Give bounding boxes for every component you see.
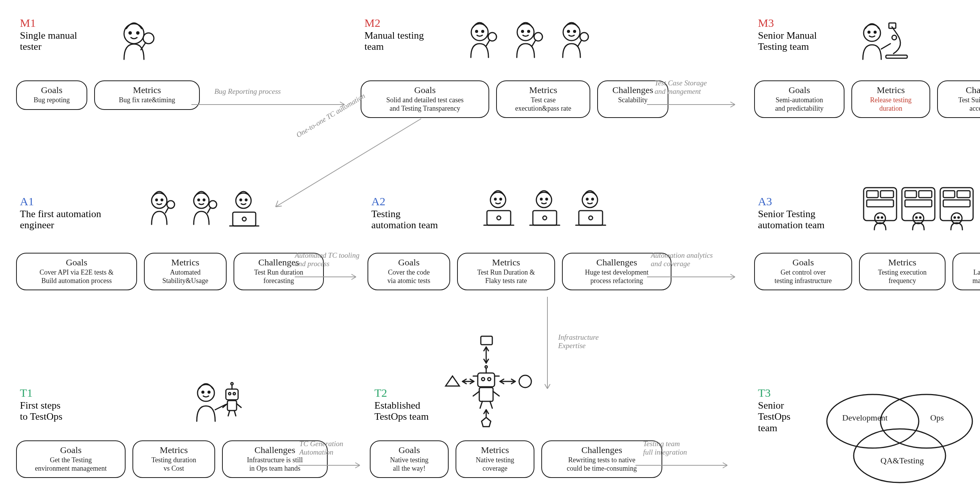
- svg-point-78: [916, 217, 917, 218]
- svg-point-24: [874, 31, 876, 33]
- card-title: Goals: [374, 257, 443, 268]
- card-title: Goals: [368, 85, 482, 95]
- stage-code: A2: [371, 195, 438, 208]
- svg-line-113: [480, 401, 482, 408]
- svg-line-34: [165, 208, 168, 213]
- stage-a2: A2 Testingautomation team: [371, 195, 438, 231]
- svg-point-45: [242, 217, 246, 221]
- svg-point-84: [951, 213, 962, 224]
- svg-point-13: [528, 31, 530, 33]
- svg-line-39: [207, 208, 211, 213]
- svg-point-42: [245, 199, 247, 201]
- stage-m1: M1 Single manualtester: [20, 17, 77, 52]
- stage-title: Manual testingteam: [364, 30, 424, 53]
- card-goals: Goals Get control overtesting infrastruc…: [754, 253, 852, 290]
- svg-point-94: [233, 393, 235, 395]
- svg-point-35: [194, 193, 209, 208]
- svg-point-27: [892, 35, 897, 40]
- card-title: Challenges: [959, 257, 980, 268]
- card-goals: Goals Cover the codevia atomic tests: [368, 253, 450, 290]
- cards-a3: Goals Get control overtesting infrastruc…: [754, 253, 980, 290]
- svg-point-47: [490, 192, 506, 208]
- svg-rect-110: [479, 388, 493, 401]
- person-magnifier-icon: [107, 15, 161, 69]
- person-robot-icon: [188, 375, 253, 437]
- svg-point-53: [536, 192, 552, 208]
- cards-m2: Goals Solid and detailed test casesand T…: [361, 80, 668, 118]
- svg-point-16: [563, 24, 580, 41]
- svg-point-60: [586, 198, 588, 200]
- card-body: Native testingcoverage: [462, 456, 528, 473]
- svg-point-107: [485, 366, 487, 368]
- venn-label-dev: Development: [842, 413, 888, 423]
- svg-point-22: [864, 25, 880, 41]
- three-people-magnifier-icon: [459, 15, 597, 73]
- cards-t1: Goals Get the Testingenvironment managem…: [16, 440, 328, 478]
- card-body: Bug fix rate&timing: [101, 96, 193, 105]
- card-body: Native testingall the way!: [377, 456, 442, 473]
- card-title: Goals: [761, 257, 845, 268]
- cards-m1: Goals Bug repoting Metrics Bug fix rate&…: [16, 80, 200, 110]
- venn-diagram: Development Ops QA&Testing: [815, 379, 976, 494]
- arrow-a1-a2: [295, 271, 364, 283]
- svg-point-72: [881, 217, 883, 218]
- svg-point-17: [568, 31, 570, 33]
- svg-point-52: [497, 216, 501, 220]
- svg-rect-97: [227, 401, 237, 411]
- stage-code: M3: [758, 17, 817, 29]
- stage-title: First stepsto TestOps: [20, 400, 62, 423]
- svg-point-49: [500, 198, 501, 200]
- svg-point-123: [880, 394, 972, 448]
- svg-point-105: [488, 378, 491, 381]
- stage-t2: T2 EstablishedTestOps team: [374, 387, 429, 422]
- stage-m3: M3 Senior ManualTesting team: [758, 17, 817, 52]
- svg-point-18: [574, 31, 576, 33]
- card-body: Test Run Duration &Flaky tests rate: [464, 268, 548, 285]
- person-microscope-icon: [854, 15, 915, 73]
- svg-rect-81: [943, 191, 955, 198]
- svg-point-41: [240, 199, 242, 201]
- svg-point-7: [476, 31, 478, 33]
- svg-line-114: [490, 401, 492, 408]
- card-title: Challenges: [944, 85, 980, 95]
- svg-point-3: [143, 33, 154, 44]
- svg-point-54: [541, 198, 542, 200]
- arrow-m1-m2: [191, 99, 352, 110]
- svg-line-4: [141, 43, 145, 50]
- card-challenges: Challenges Test Suite executionaccelerat…: [937, 80, 980, 118]
- card-goals: Goals Native testingall the way!: [370, 440, 449, 478]
- svg-point-30: [152, 193, 167, 208]
- svg-point-89: [202, 391, 204, 393]
- cards-m3: Goals Semi-automationand predictability …: [754, 80, 980, 118]
- svg-rect-69: [867, 200, 893, 207]
- svg-rect-83: [943, 200, 970, 207]
- svg-point-59: [582, 192, 598, 208]
- svg-point-93: [229, 393, 231, 395]
- venn-label-qa: QA&Testing: [880, 456, 924, 466]
- arrow-label: Testing teamfull integration: [643, 440, 687, 456]
- svg-rect-68: [880, 191, 893, 198]
- svg-point-40: [236, 193, 251, 208]
- card-title: Metrics: [462, 445, 528, 455]
- arrow-m2-m3: [647, 99, 743, 110]
- card-title: Challenges: [569, 257, 665, 268]
- card-body: Testing durationvs Cost: [139, 456, 208, 473]
- svg-rect-50: [487, 211, 511, 225]
- svg-point-70: [875, 213, 885, 224]
- card-title: Metrics: [503, 85, 583, 95]
- card-title: Goals: [23, 257, 130, 268]
- card-title: Metrics: [101, 85, 193, 95]
- svg-rect-103: [478, 373, 495, 387]
- robot-shapes-icon: [433, 333, 540, 433]
- svg-point-104: [482, 378, 485, 381]
- arrow-label: Automation analyticsand coverage: [651, 251, 713, 268]
- stage-code: A3: [758, 195, 825, 208]
- card-title: Goals: [23, 445, 119, 455]
- card-goals: Goals Solid and detailed test casesand T…: [361, 80, 489, 118]
- svg-point-96: [231, 383, 233, 385]
- svg-line-91: [215, 404, 226, 410]
- stage-t3: T3 SeniorTestOpsteam: [758, 387, 791, 434]
- arrow-t1-t2: [299, 460, 368, 471]
- svg-rect-76: [905, 200, 932, 207]
- svg-line-20: [578, 40, 581, 46]
